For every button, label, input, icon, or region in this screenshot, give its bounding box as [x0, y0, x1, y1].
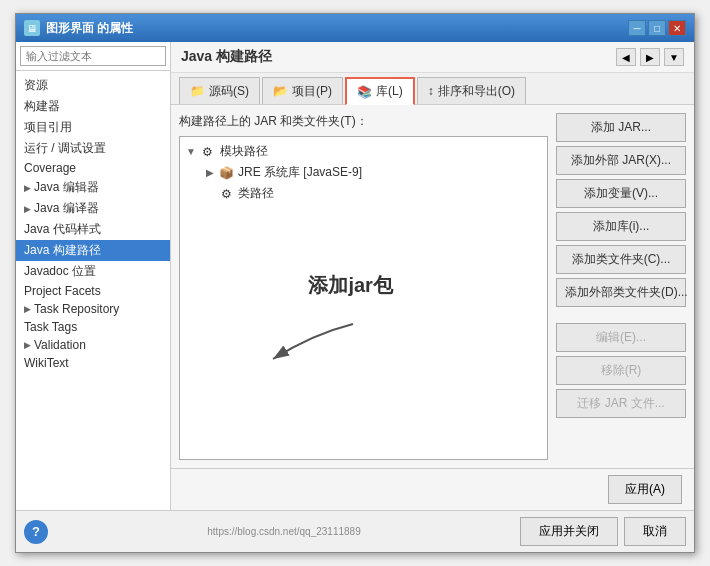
jre-node: ▶ 📦 JRE 系统库 [JavaSE-9]: [204, 162, 543, 183]
tree-expand-jre[interactable]: ▶: [206, 167, 214, 178]
sidebar-item[interactable]: Project Facets: [16, 282, 170, 300]
root-icon: ⚙: [200, 144, 216, 160]
cancel-button[interactable]: 取消: [624, 517, 686, 546]
window-icon: 🖥: [24, 20, 40, 36]
sidebar-item[interactable]: 运行 / 调试设置: [16, 138, 170, 159]
right-panel: Java 构建路径 ◀ ▶ ▼ 📁源码(S)📂项目(P)📚库(L)↕排序和导出(…: [171, 42, 694, 510]
window-title: 图形界面 的属性: [46, 20, 133, 37]
title-controls: ─ □ ✕: [628, 20, 686, 36]
back-button[interactable]: ◀: [616, 48, 636, 66]
sidebar-item[interactable]: Coverage: [16, 159, 170, 177]
filter-area: [16, 42, 170, 71]
sidebar-item[interactable]: Task Tags: [16, 318, 170, 336]
action-button-6: 编辑(E)...: [556, 323, 686, 352]
apply-button[interactable]: 应用(A): [608, 475, 682, 504]
tabs-area: 📁源码(S)📂项目(P)📚库(L)↕排序和导出(O): [171, 73, 694, 105]
action-button-3[interactable]: 添加库(i)...: [556, 212, 686, 241]
arrow-container: [253, 314, 373, 377]
jre-icon: 📦: [218, 165, 234, 181]
expand-arrow: ▶: [24, 183, 31, 193]
expand-arrow: ▶: [24, 204, 31, 214]
root-label: 模块路径: [220, 143, 268, 160]
expand-arrow: ▶: [24, 340, 31, 350]
classpath-icon: ⚙: [218, 186, 234, 202]
title-bar: 🖥 图形界面 的属性 ─ □ ✕: [16, 14, 694, 42]
tab-icon: 📁: [190, 84, 205, 98]
url-label: https://blog.csdn.net/qq_23111889: [48, 526, 520, 537]
sidebar-item[interactable]: Java 构建路径: [16, 240, 170, 261]
button-spacer: [556, 311, 686, 319]
footer-buttons: 应用并关闭 取消: [520, 517, 686, 546]
filter-input[interactable]: [20, 46, 166, 66]
tab-icon: 📚: [357, 85, 372, 99]
expand-arrow: ▶: [24, 304, 31, 314]
left-content: 构建路径上的 JAR 和类文件夹(T)： ▼ ⚙ 模块路径 ▶ 📦 JRE 系统…: [179, 113, 548, 460]
jre-label: JRE 系统库 [JavaSE-9]: [238, 164, 362, 181]
right-buttons: 添加 JAR...添加外部 JAR(X)...添加变量(V)...添加库(i).…: [556, 113, 686, 460]
minimize-button[interactable]: ─: [628, 20, 646, 36]
right-header: Java 构建路径 ◀ ▶ ▼: [171, 42, 694, 73]
action-button-2[interactable]: 添加变量(V)...: [556, 179, 686, 208]
tree-box: ▼ ⚙ 模块路径 ▶ 📦 JRE 系统库 [JavaSE-9] ▶: [179, 136, 548, 460]
nav-arrows: ◀ ▶ ▼: [616, 48, 684, 66]
help-button[interactable]: ?: [24, 520, 48, 544]
annotation-text: 添加jar包: [308, 272, 392, 299]
action-button-4[interactable]: 添加类文件夹(C)...: [556, 245, 686, 274]
action-button-7: 移除(R): [556, 356, 686, 385]
sidebar-item[interactable]: 资源: [16, 75, 170, 96]
sidebar-item[interactable]: 项目引用: [16, 117, 170, 138]
main-content: 构建路径上的 JAR 和类文件夹(T)： ▼ ⚙ 模块路径 ▶ 📦 JRE 系统…: [171, 105, 694, 468]
sidebar-item[interactable]: ▶Task Repository: [16, 300, 170, 318]
arrow-svg: [253, 314, 373, 374]
right-title: Java 构建路径: [181, 48, 272, 66]
tab-排序和导出(O)[interactable]: ↕排序和导出(O): [417, 77, 526, 104]
tree-root-node: ▼ ⚙ 模块路径: [184, 141, 543, 162]
nav-tree: 资源构建器项目引用运行 / 调试设置Coverage▶Java 编辑器▶Java…: [16, 71, 170, 510]
tab-icon: 📂: [273, 84, 288, 98]
jar-label: 构建路径上的 JAR 和类文件夹(T)：: [179, 113, 548, 130]
tab-icon: ↕: [428, 84, 434, 98]
content-area: 资源构建器项目引用运行 / 调试设置Coverage▶Java 编辑器▶Java…: [16, 42, 694, 510]
forward-button[interactable]: ▶: [640, 48, 660, 66]
classpath-node: ▶ ⚙ 类路径: [204, 183, 543, 204]
maximize-button[interactable]: □: [648, 20, 666, 36]
classpath-label: 类路径: [238, 185, 274, 202]
main-window: 🖥 图形界面 的属性 ─ □ ✕ 资源构建器项目引用运行 / 调试设置Cover…: [15, 13, 695, 553]
sidebar-item[interactable]: ▶Java 编辑器: [16, 177, 170, 198]
action-button-1[interactable]: 添加外部 JAR(X)...: [556, 146, 686, 175]
dropdown-button[interactable]: ▼: [664, 48, 684, 66]
action-button-8: 迁移 JAR 文件...: [556, 389, 686, 418]
tab-项目(P)[interactable]: 📂项目(P): [262, 77, 343, 104]
close-button[interactable]: ✕: [668, 20, 686, 36]
left-panel: 资源构建器项目引用运行 / 调试设置Coverage▶Java 编辑器▶Java…: [16, 42, 171, 510]
tree-children: ▶ 📦 JRE 系统库 [JavaSE-9] ▶ ⚙ 类路径: [184, 162, 543, 204]
sidebar-item[interactable]: 构建器: [16, 96, 170, 117]
bottom-bar: 应用(A): [171, 468, 694, 510]
sidebar-item[interactable]: WikiText: [16, 354, 170, 372]
apply-close-button[interactable]: 应用并关闭: [520, 517, 618, 546]
sidebar-item[interactable]: ▶Java 编译器: [16, 198, 170, 219]
footer-bar: ? https://blog.csdn.net/qq_23111889 应用并关…: [16, 510, 694, 552]
sidebar-item[interactable]: Java 代码样式: [16, 219, 170, 240]
sidebar-item[interactable]: ▶Validation: [16, 336, 170, 354]
tab-源码(S)[interactable]: 📁源码(S): [179, 77, 260, 104]
title-bar-left: 🖥 图形界面 的属性: [24, 20, 133, 37]
action-button-5[interactable]: 添加外部类文件夹(D)...: [556, 278, 686, 307]
tree-expand-root[interactable]: ▼: [186, 146, 196, 157]
sidebar-item[interactable]: Javadoc 位置: [16, 261, 170, 282]
tab-库(L)[interactable]: 📚库(L): [345, 77, 415, 105]
action-button-0[interactable]: 添加 JAR...: [556, 113, 686, 142]
